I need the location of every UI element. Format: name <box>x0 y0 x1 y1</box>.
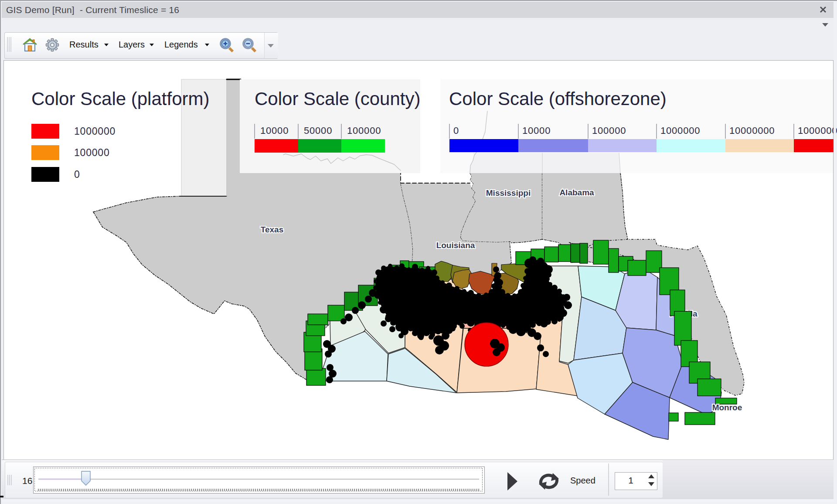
svg-text:Monroe: Monroe <box>712 403 742 412</box>
svg-text:Louisiana: Louisiana <box>436 241 475 250</box>
svg-text:Alabama: Alabama <box>559 188 594 197</box>
svg-text:Texas: Texas <box>261 225 283 234</box>
svg-text:Mississippi: Mississippi <box>486 188 531 198</box>
